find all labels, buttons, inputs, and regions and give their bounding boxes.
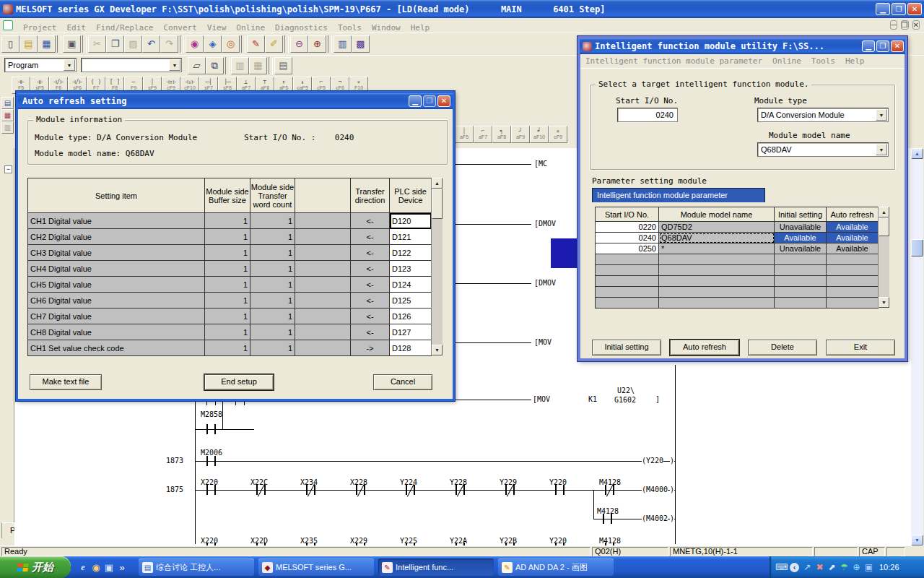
menu-find-replace[interactable]: Find/Replace [91, 21, 158, 35]
shield-icon[interactable]: ▣ [863, 562, 875, 572]
table-row[interactable]: CH7 Digital value11<-D126 [28, 309, 432, 324]
empty-cell[interactable] [596, 254, 659, 265]
task-intelligent-utility[interactable]: ✎Intelligent func... [378, 558, 494, 576]
overflow-chevron[interactable]: » [116, 562, 128, 573]
mdi-close-button[interactable]: ✕ [912, 20, 920, 30]
word-count-cell[interactable]: 1 [250, 245, 295, 261]
utility-menu-help[interactable]: Help [840, 54, 870, 68]
collapse-chevron-icon[interactable]: ‹ [790, 563, 799, 572]
restore-button[interactable]: ❐ [892, 3, 906, 15]
start-io-input[interactable]: 0240 [617, 108, 678, 122]
menu-diagnostics[interactable]: Diagnostics [270, 21, 333, 35]
cancel-button[interactable]: Cancel [373, 374, 432, 390]
empty-cell[interactable] [295, 324, 351, 340]
model-name-cell[interactable]: Q68DAV [659, 233, 775, 243]
module-row[interactable] [596, 265, 879, 276]
scroll-down-icon[interactable]: ▼ [911, 535, 923, 545]
auto-refresh-table[interactable]: Setting itemModule side Buffer sizeModul… [27, 178, 432, 356]
empty-cell[interactable] [827, 265, 879, 276]
tree-collapse-icon[interactable]: − [4, 165, 12, 173]
maximize-button[interactable]: ❐ [423, 95, 436, 107]
word-count-cell[interactable]: 1 [250, 261, 295, 277]
menu-convert[interactable]: Convert [158, 21, 201, 35]
word-count-cell[interactable]: 1 [250, 309, 295, 324]
close-icon[interactable]: ✕ [891, 40, 904, 52]
empty-cell[interactable] [659, 265, 775, 276]
plc-device-cell[interactable]: D120 [390, 213, 432, 229]
maximize-button[interactable]: ❐ [876, 40, 889, 52]
setting-item-cell[interactable]: CH5 Digital value [28, 277, 205, 293]
module-row[interactable]: 0220QD75D2UnavailableAvailable [596, 222, 879, 233]
ladder-symbol-button[interactable]: ╛aF10 [530, 126, 549, 143]
ladder-cursor[interactable] [551, 238, 577, 268]
chevron-down-icon[interactable]: ▼ [876, 144, 887, 155]
transfer-direction-cell[interactable]: <- [351, 277, 390, 293]
empty-cell[interactable] [659, 276, 775, 287]
scroll-up-icon[interactable]: ▲ [432, 178, 443, 189]
table-row[interactable]: CH1 Set value check code11->D128 [28, 340, 432, 356]
chevron-down-icon[interactable]: ▼ [876, 109, 887, 121]
find-device-button[interactable]: ◈ [204, 35, 222, 53]
menu-edit[interactable]: Edit [61, 21, 91, 35]
initial-setting-cell[interactable]: Unavailable [775, 222, 827, 233]
empty-cell[interactable] [295, 261, 351, 277]
remote-arrow-icon[interactable]: ↗ [801, 562, 814, 572]
empty-cell[interactable] [659, 287, 775, 298]
umbrella-icon[interactable]: ☂ [838, 562, 850, 572]
open-file-button[interactable]: ▤ [19, 35, 38, 53]
setting-item-cell[interactable]: CH6 Digital value [28, 293, 205, 309]
plc-device-cell[interactable]: D121 [390, 229, 432, 245]
utility-menu-intelligent-function-module-parameter[interactable]: Intelligent function module parameter [580, 54, 767, 68]
menu-window[interactable]: Window [367, 21, 406, 35]
menu-tools[interactable]: Tools [333, 21, 367, 35]
ladder-symbol-button[interactable]: │aF5 [455, 126, 474, 143]
zoom-in-button[interactable]: ⊕ [308, 35, 326, 53]
program-combo[interactable]: Program ▼ [4, 58, 77, 72]
utility-menu-online[interactable]: Online [767, 54, 806, 68]
task-gx-developer[interactable]: ◆MELSOFT series G... [258, 558, 374, 576]
word-count-cell[interactable]: 1 [250, 324, 295, 340]
auto-refresh-button[interactable]: Auto refresh [670, 340, 739, 355]
find-button[interactable]: ◉ [186, 35, 204, 53]
empty-cell[interactable] [775, 265, 827, 276]
param-tab[interactable]: Intelligent function module parameter [592, 188, 765, 202]
plc-device-cell[interactable]: D127 [390, 324, 432, 340]
empty-cell[interactable] [827, 254, 879, 265]
table-scrollbar[interactable]: ▲ ▼ [431, 178, 443, 355]
word-count-cell[interactable]: 1 [250, 340, 295, 356]
empty-cell[interactable] [775, 276, 827, 287]
ladder-symbol-button[interactable]: ┘aF9 [511, 126, 530, 143]
chevron-down-icon[interactable]: ▼ [169, 59, 180, 71]
end-setup-button[interactable]: End setup [204, 374, 274, 390]
task-paint[interactable]: ✎AD AND DA 2 - 画图 [498, 558, 614, 576]
comment-display-button[interactable]: ▱ [188, 57, 206, 74]
table-row[interactable]: CH6 Digital value11<-D125 [28, 293, 432, 309]
setting-item-cell[interactable]: CH7 Digital value [28, 309, 205, 324]
comment-window-icon[interactable]: ▦ [1, 109, 14, 121]
copy-button[interactable]: ❐ [106, 35, 124, 53]
start-io-cell[interactable]: 0240 [596, 233, 659, 243]
transfer-direction-cell[interactable]: <- [351, 213, 390, 229]
empty-cell[interactable] [295, 245, 351, 261]
module-row[interactable]: 0250*UnavailableAvailable [596, 243, 879, 254]
data-name-combo[interactable]: ▼ [81, 58, 182, 72]
scroll-down-icon[interactable]: ▼ [432, 345, 443, 355]
setting-item-cell[interactable]: CH8 Digital value [28, 324, 205, 340]
setting-item-cell[interactable]: CH1 Set value check code [28, 340, 205, 356]
empty-cell[interactable] [295, 340, 351, 356]
delete-button[interactable]: Delete [748, 340, 817, 355]
empty-cell[interactable] [295, 293, 351, 309]
table-row[interactable]: CH4 Digital value11<-D123 [28, 261, 432, 277]
write-mode-button[interactable]: ✎ [247, 35, 265, 53]
module-row[interactable] [596, 254, 879, 265]
plc-device-cell[interactable]: D125 [390, 293, 432, 309]
plc-device-cell[interactable]: D128 [390, 340, 432, 356]
ie-icon[interactable]: e [77, 561, 90, 573]
scroll-up-icon[interactable]: ▲ [911, 148, 923, 159]
empty-cell[interactable] [775, 254, 827, 265]
setting-item-cell[interactable]: CH2 Digital value [28, 229, 205, 245]
table-row[interactable]: CH2 Digital value11<-D121 [28, 229, 432, 245]
transfer-direction-cell[interactable]: <- [351, 229, 390, 245]
initial-setting-button[interactable]: Initial setting [592, 340, 661, 355]
window-split-button[interactable]: ▥ [334, 35, 352, 53]
